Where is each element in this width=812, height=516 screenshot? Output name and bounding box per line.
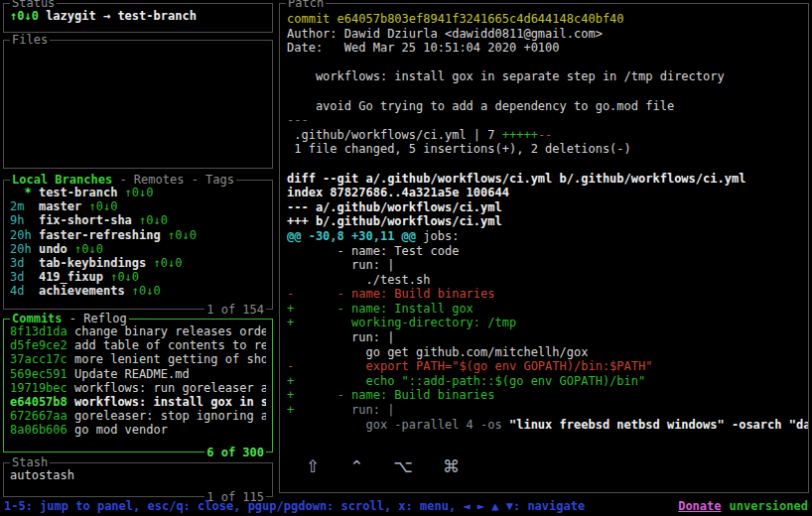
stash-panel[interactable]: Stash autostash 1 of 115 bbox=[3, 462, 273, 497]
patch-line: +++ b/.github/workflows/ci.yml bbox=[287, 214, 808, 229]
patch-line: .github/workflows/ci.yml | 7 +++++-- bbox=[287, 128, 808, 143]
donate-link[interactable]: Donate bbox=[678, 499, 721, 513]
patch-content: commit e64057b803ef8941f3241665c4d644148… bbox=[280, 4, 808, 432]
files-panel-title: Files bbox=[10, 33, 50, 47]
patch-line: + run: | bbox=[287, 403, 808, 418]
modifier-key-icon: ⇧ bbox=[306, 456, 320, 476]
patch-panel-title: Patch bbox=[286, 0, 326, 10]
commit-row[interactable]: 8f13d1da change binary releases order bbox=[10, 324, 266, 338]
patch-line: run: | bbox=[287, 330, 808, 345]
patch-line: gox -parallel 4 -os "linux freebsd netbs… bbox=[287, 418, 808, 433]
branch-row[interactable]: 4d achievements ↑0↓0 bbox=[10, 284, 266, 298]
patch-line: + working-directory: /tmp bbox=[287, 316, 808, 330]
patch-line: - - name: Build binaries bbox=[287, 287, 808, 302]
branch-row[interactable]: 3d tab-keybindings ↑0↓0 bbox=[10, 256, 266, 270]
patch-line bbox=[287, 157, 808, 172]
patch-line: avoid Go trying to add a dependency to g… bbox=[287, 99, 808, 114]
commit-row[interactable]: 569ec591 Update README.md bbox=[10, 367, 266, 381]
branch-row[interactable]: * test-branch ↑0↓0 bbox=[10, 186, 266, 199]
patch-line: Date: Wed Mar 25 10:51:04 2020 +0100 bbox=[287, 41, 808, 56]
branches-panel-title: Local Branches - Remotes - Tags bbox=[10, 173, 236, 187]
commit-row[interactable]: 672667aa goreleaser: stop ignoring ar bbox=[10, 409, 266, 423]
patch-line: + - name: Build binaries bbox=[287, 388, 808, 403]
patch-line bbox=[287, 84, 808, 99]
commit-row[interactable]: 19719bec workflows: run goreleaser as bbox=[10, 381, 266, 395]
commits-panel[interactable]: Commits - Reflog 8f13d1da change binary … bbox=[3, 319, 273, 452]
branch-row[interactable]: 20h undo ↑0↓0 bbox=[10, 242, 266, 256]
patch-line: - export PATH="$(go env GOPATH)/bin:$PAT… bbox=[287, 359, 808, 374]
commits-panel-title: Commits - Reflog bbox=[10, 312, 129, 325]
version-area: Donateunversioned bbox=[678, 499, 808, 513]
branches-panel[interactable]: Local Branches - Remotes - Tags * test-b… bbox=[3, 180, 273, 310]
patch-line: --- bbox=[287, 113, 808, 128]
patch-line: Author: Dawid Dziurla <dawidd0811@gmail.… bbox=[287, 27, 808, 42]
branch-row[interactable]: 3d 419_fixup ↑0↓0 bbox=[10, 270, 266, 284]
commit-row[interactable]: e64057b8 workflows: install gox in se bbox=[10, 395, 266, 409]
ahead-behind-indicator: ↑0↓0 bbox=[10, 9, 39, 23]
patch-line: index 87827686..4a321a5e 100644 bbox=[287, 186, 808, 200]
patch-line: + - name: Install gox bbox=[287, 302, 808, 317]
commit-row[interactable]: 37acc17c more lenient getting of shor bbox=[10, 352, 266, 366]
stash-panel-title: Stash bbox=[10, 455, 50, 469]
branch-row[interactable]: 2m master ↑0↓0 bbox=[10, 199, 266, 213]
modifier-key-icon: ⌃ bbox=[349, 456, 363, 476]
files-panel[interactable]: Files bbox=[3, 40, 273, 169]
branch-list: * test-branch ↑0↓02m master ↑0↓09h fix-s… bbox=[4, 181, 272, 299]
modifier-keys-overlay: ⇧⌃⌥⌘ bbox=[306, 456, 460, 476]
patch-line: - name: Test code bbox=[287, 244, 808, 259]
stash-row[interactable]: autostash bbox=[10, 468, 266, 482]
patch-line: 1 file changed, 5 insertions(+), 2 delet… bbox=[287, 142, 808, 157]
patch-line: diff --git a/.github/workflows/ci.yml b/… bbox=[287, 172, 808, 187]
commit-row[interactable]: d5fe9ce2 add table of contents to rea bbox=[10, 338, 266, 352]
patch-panel[interactable]: Patch commit e64057b803ef8941f3241665c4d… bbox=[279, 3, 809, 493]
branch-row[interactable]: 9h fix-short-sha ↑0↓0 bbox=[10, 213, 266, 227]
patch-line: run: | bbox=[287, 258, 808, 273]
keybindings-bar: 1-5: jump to panel, esc/q: close, pgup/p… bbox=[4, 499, 585, 513]
branches-position-indicator: 1 of 154 bbox=[204, 303, 266, 317]
modifier-key-icon: ⌥ bbox=[394, 456, 414, 476]
branch-row[interactable]: 20h faster-refreshing ↑0↓0 bbox=[10, 228, 266, 242]
status-panel[interactable]: Status ↑0↓0 lazygit → test-branch bbox=[3, 3, 273, 33]
patch-line: go get github.com/mitchellh/gox bbox=[287, 345, 808, 360]
commit-list: 8f13d1da change binary releases orderd5f… bbox=[4, 320, 272, 438]
patch-line: ./test.sh bbox=[287, 273, 808, 288]
patch-line bbox=[287, 56, 808, 70]
patch-line: --- a/.github/workflows/ci.yml bbox=[287, 200, 808, 215]
modifier-key-icon: ⌘ bbox=[443, 456, 460, 476]
patch-line: commit e64057b803ef8941f3241665c4d644148… bbox=[287, 12, 808, 27]
repo-branch-label: lazygit → test-branch bbox=[46, 9, 197, 23]
patch-line: + echo "::add-path::$(go env GOPATH)/bin… bbox=[287, 374, 808, 389]
patch-line: workflows: install gox in separate step … bbox=[287, 69, 808, 84]
lazygit-app: Status ↑0↓0 lazygit → test-branch Files … bbox=[0, 0, 812, 516]
commit-row[interactable]: 8a06b606 go mod vendor bbox=[10, 423, 266, 437]
commits-position-indicator: 6 of 300 bbox=[204, 446, 266, 459]
patch-line: @@ -30,8 +30,11 @@ jobs: bbox=[287, 229, 808, 244]
version-label: unversioned bbox=[730, 499, 808, 513]
status-panel-title: Status bbox=[10, 0, 57, 10]
